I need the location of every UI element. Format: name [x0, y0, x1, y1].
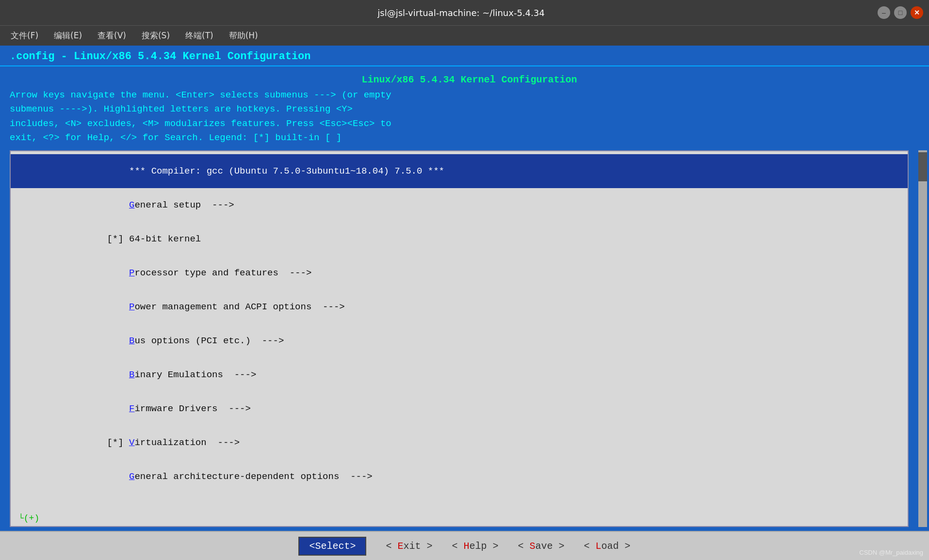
content-area: Linux/x86 5.4.34 Kernel Configuration Ar… — [0, 66, 929, 531]
menu-bar: 文件(F) 编辑(E) 查看(V) 搜索(S) 终端(T) 帮助(H) — [0, 25, 929, 46]
list-item[interactable]: Binary Emulations ---> — [11, 358, 908, 392]
panel-wrapper: *** Compiler: gcc (Ubuntu 7.5.0-3ubuntu1… — [10, 150, 929, 527]
menu-box: *** Compiler: gcc (Ubuntu 7.5.0-3ubuntu1… — [10, 150, 909, 527]
scrollbar-thumb[interactable] — [918, 152, 927, 181]
list-item[interactable]: General architecture-dependent options -… — [11, 460, 908, 494]
list-item[interactable]: General setup ---> — [11, 188, 908, 222]
kernel-top-title: .config - Linux/x86 5.4.34 Kernel Config… — [10, 50, 311, 63]
minimize-button[interactable]: – — [878, 6, 890, 19]
list-item[interactable]: Firmware Drivers ---> — [11, 392, 908, 426]
list-item[interactable]: Bus options (PCI etc.) ---> — [11, 324, 908, 358]
menu-view[interactable]: 查看(V) — [95, 28, 129, 43]
help-button[interactable]: < Help > — [452, 541, 498, 552]
title-bar: jsl@jsl-virtual-machine: ~/linux-5.4.34 … — [0, 0, 929, 25]
scrollbar[interactable] — [918, 150, 927, 527]
select-button[interactable]: <Select> — [298, 537, 366, 556]
menu-list: *** Compiler: gcc (Ubuntu 7.5.0-3ubuntu1… — [11, 151, 908, 512]
menu-file[interactable]: 文件(F) — [8, 28, 41, 43]
menu-item-selected[interactable]: *** Compiler: gcc (Ubuntu 7.5.0-3ubuntu1… — [11, 154, 908, 188]
window-controls: – □ ✕ — [878, 6, 923, 19]
list-item[interactable]: Processor type and features ---> — [11, 256, 908, 290]
save-button[interactable]: < Save > — [518, 541, 565, 552]
window-title: jsl@jsl-virtual-machine: ~/linux-5.4.34 — [45, 8, 878, 18]
button-row: <Select> < Exit > < Help > < Save > < Lo… — [0, 531, 929, 560]
info-text: Arrow keys navigate the menu. <Enter> se… — [10, 88, 929, 150]
main-panel: Linux/x86 5.4.34 Kernel Configuration Ar… — [10, 70, 929, 527]
exit-button[interactable]: < Exit > — [386, 541, 432, 552]
menu-search[interactable]: 搜索(S) — [139, 28, 173, 43]
terminal-area: .config - Linux/x86 5.4.34 Kernel Config… — [0, 46, 929, 560]
menu-terminal[interactable]: 终端(T) — [182, 28, 216, 43]
kernel-top-title-bar: .config - Linux/x86 5.4.34 Kernel Config… — [0, 46, 929, 65]
maximize-button[interactable]: □ — [894, 6, 907, 19]
load-button[interactable]: < Load > — [584, 541, 631, 552]
menu-edit[interactable]: 编辑(E) — [51, 28, 85, 43]
list-item[interactable]: Power management and ACPI options ---> — [11, 290, 908, 324]
menu-help[interactable]: 帮助(H) — [226, 28, 261, 43]
list-item[interactable]: [*] 64-bit kernel — [11, 222, 908, 256]
bottom-hint: └(+) — [11, 512, 908, 526]
main-window: jsl@jsl-virtual-machine: ~/linux-5.4.34 … — [0, 0, 929, 560]
panel-title: Linux/x86 5.4.34 Kernel Configuration — [361, 74, 577, 85]
close-button[interactable]: ✕ — [911, 6, 923, 19]
list-item[interactable]: [*] Virtualization ---> — [11, 426, 908, 460]
watermark: CSDN @Mr_paidaxing — [859, 549, 923, 556]
